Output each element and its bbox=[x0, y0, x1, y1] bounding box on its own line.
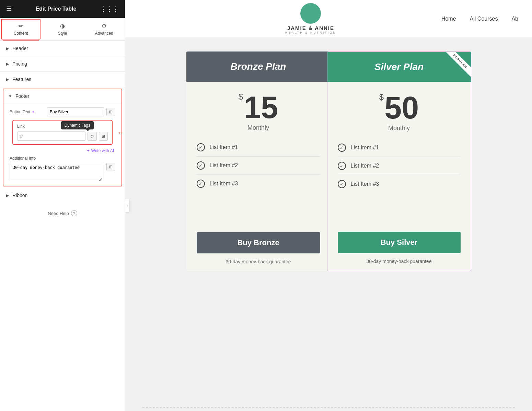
silver-price-area: $ 50 Monthly bbox=[327, 82, 471, 135]
tab-style-label: Style bbox=[58, 31, 67, 36]
panel-title: Edit Price Table bbox=[36, 6, 77, 12]
bronze-title: Bronze Plan bbox=[193, 61, 324, 72]
logo-main-text: JAMIE & ANNIE bbox=[287, 25, 334, 31]
silver-guarantee: 30-day money-back guarantee bbox=[338, 259, 461, 264]
advanced-icon: ⚙ bbox=[102, 23, 106, 29]
popular-ribbon: POPULAR bbox=[444, 52, 471, 77]
section-ribbon[interactable]: ▶ Ribbon bbox=[0, 188, 125, 203]
button-text-label: Button Text ✦ bbox=[10, 110, 47, 114]
silver-features-list: ✓ List Item #1 ✓ List Item #2 ✓ List Ite… bbox=[327, 135, 471, 225]
silver-card-footer: Buy Silver 30-day money-back guarantee bbox=[327, 225, 471, 271]
right-panel: JAMIE & ANNIE HEALTH & NUTRITION Home Al… bbox=[125, 0, 532, 411]
logo-sub-text: HEALTH & NUTRITION bbox=[285, 31, 336, 34]
section-header[interactable]: ▶ Header bbox=[0, 41, 125, 56]
silver-price: 50 bbox=[384, 92, 419, 123]
header-label: Header bbox=[12, 46, 28, 51]
silver-feature-2: ✓ List Item #2 bbox=[338, 157, 461, 175]
panel-body: ▶ Header ▶ Pricing ▶ Features ▼ Footer bbox=[0, 41, 125, 411]
button-text-field-row: Button Text ✦ ⊞ bbox=[10, 107, 115, 116]
silver-card: Silver Plan POPULAR $ 50 Monthly ✓ List … bbox=[327, 52, 471, 271]
nav-about[interactable]: Ab bbox=[511, 16, 518, 22]
silver-feature-3-text: List Item #3 bbox=[351, 181, 379, 187]
bronze-period: Monthly bbox=[193, 124, 324, 132]
silver-check-icon-3: ✓ bbox=[338, 180, 346, 188]
check-icon-3: ✓ bbox=[197, 180, 205, 188]
buy-silver-button[interactable]: Buy Silver bbox=[338, 232, 461, 253]
bronze-feature-3: ✓ List Item #3 bbox=[197, 175, 320, 193]
silver-card-header: Silver Plan POPULAR bbox=[327, 52, 471, 82]
collapse-panel-tab[interactable]: ‹ bbox=[125, 199, 130, 213]
bronze-features-list: ✓ List Item #1 ✓ List Item #2 ✓ List Ite… bbox=[186, 135, 331, 225]
ribbon-arrow-icon: ▶ bbox=[6, 193, 9, 198]
site-logo: JAMIE & ANNIE HEALTH & NUTRITION bbox=[285, 3, 336, 34]
silver-feature-1-text: List Item #1 bbox=[351, 145, 379, 151]
features-arrow-icon: ▶ bbox=[6, 77, 9, 82]
ai-write-row: ✦ Write with AI bbox=[10, 148, 115, 153]
tab-content[interactable]: ✏ Content bbox=[0, 18, 42, 41]
buy-bronze-button[interactable]: Buy Bronze bbox=[197, 232, 320, 253]
bottom-dashed-divider bbox=[142, 407, 515, 408]
button-text-input[interactable] bbox=[47, 107, 104, 116]
tab-advanced-label: Advanced bbox=[95, 31, 113, 36]
silver-feature-1: ✓ List Item #1 bbox=[338, 139, 461, 157]
grid-icon[interactable]: ⋮⋮⋮ bbox=[100, 5, 119, 13]
footer-arrow-icon: ▼ bbox=[8, 94, 12, 98]
silver-feature-3: ✓ List Item #3 bbox=[338, 175, 461, 193]
additional-info-label: Additional Info bbox=[10, 156, 115, 161]
dynamic-tags-tooltip: Dynamic Tags bbox=[61, 121, 94, 129]
site-header: JAMIE & ANNIE HEALTH & NUTRITION Home Al… bbox=[125, 0, 532, 38]
nav-courses[interactable]: All Courses bbox=[470, 16, 498, 22]
pricing-arrow-icon: ▶ bbox=[6, 62, 9, 66]
silver-period: Monthly bbox=[334, 125, 464, 132]
bronze-currency: $ bbox=[239, 92, 243, 102]
link-gear-btn[interactable]: ⚙ bbox=[88, 132, 97, 141]
bronze-feature-2-text: List Item #2 bbox=[210, 162, 238, 169]
section-pricing[interactable]: ▶ Pricing bbox=[0, 56, 125, 72]
bronze-price: 15 bbox=[244, 92, 278, 123]
nav-home[interactable]: Home bbox=[441, 16, 456, 22]
bronze-feature-1: ✓ List Item #1 bbox=[197, 138, 320, 157]
bronze-price-area: $ 15 Monthly bbox=[186, 82, 331, 135]
style-icon: ◑ bbox=[60, 23, 65, 29]
site-nav: Home All Courses Ab bbox=[441, 16, 518, 22]
content-icon: ✏ bbox=[19, 23, 23, 29]
additional-info-row: 30-day money-back guarantee ⊞ bbox=[10, 163, 115, 181]
bronze-card: Bronze Plan $ 15 Monthly ✓ List Item #1 … bbox=[186, 52, 331, 271]
ai-write-button[interactable]: ✦ Write with AI bbox=[86, 148, 114, 153]
pricing-label: Pricing bbox=[12, 61, 27, 67]
section-footer[interactable]: ▼ Footer bbox=[3, 89, 122, 103]
left-panel: ☰ Edit Price Table ⋮⋮⋮ ✏ Content ◑ Style… bbox=[0, 0, 125, 411]
hamburger-icon[interactable]: ☰ bbox=[6, 5, 12, 13]
need-help-text: Need Help bbox=[48, 211, 69, 216]
features-label: Features bbox=[12, 77, 31, 82]
silver-currency: $ bbox=[379, 92, 384, 102]
tabs-row: ✏ Content ◑ Style ⚙ Advanced bbox=[0, 18, 125, 41]
additional-info-textarea[interactable]: 30-day money-back guarantee bbox=[10, 163, 102, 181]
tab-style[interactable]: ◑ Style bbox=[42, 18, 83, 41]
bronze-card-footer: Buy Bronze 30-day money-back guarantee bbox=[186, 225, 331, 271]
bronze-feature-1-text: List Item #1 bbox=[210, 144, 238, 150]
tab-content-label: Content bbox=[14, 31, 28, 36]
link-input[interactable] bbox=[17, 132, 85, 141]
header-arrow-icon: ▶ bbox=[6, 46, 9, 51]
link-db-btn[interactable]: ⊞ Dynamic Tags bbox=[99, 132, 108, 141]
bronze-guarantee: 30-day money-back guarantee bbox=[197, 259, 320, 264]
ribbon-label: Ribbon bbox=[12, 193, 27, 198]
button-text-db-btn[interactable]: ⊞ bbox=[106, 108, 115, 116]
price-cards-area: Bronze Plan $ 15 Monthly ✓ List Item #1 … bbox=[125, 38, 532, 403]
silver-check-icon-1: ✓ bbox=[338, 144, 346, 152]
additional-info-db-btn[interactable]: ⊞ bbox=[106, 163, 115, 171]
link-row: ⚙ ⊞ Dynamic Tags bbox=[17, 132, 108, 141]
tab-advanced[interactable]: ⚙ Advanced bbox=[83, 18, 125, 41]
bronze-card-header: Bronze Plan bbox=[186, 52, 331, 82]
ai-sparkle-icon: ✦ bbox=[32, 110, 35, 114]
check-icon-1: ✓ bbox=[197, 143, 205, 151]
red-arrow-icon: ← bbox=[117, 128, 125, 137]
silver-check-icon-2: ✓ bbox=[338, 162, 346, 170]
need-help-row[interactable]: Need Help ? bbox=[0, 203, 125, 223]
bronze-feature-3-text: List Item #3 bbox=[210, 181, 238, 187]
footer-fields: Button Text ✦ ⊞ Link ⚙ bbox=[3, 103, 122, 186]
section-features[interactable]: ▶ Features bbox=[0, 72, 125, 87]
bronze-feature-2: ✓ List Item #2 bbox=[197, 157, 320, 175]
logo-circle bbox=[300, 3, 321, 24]
